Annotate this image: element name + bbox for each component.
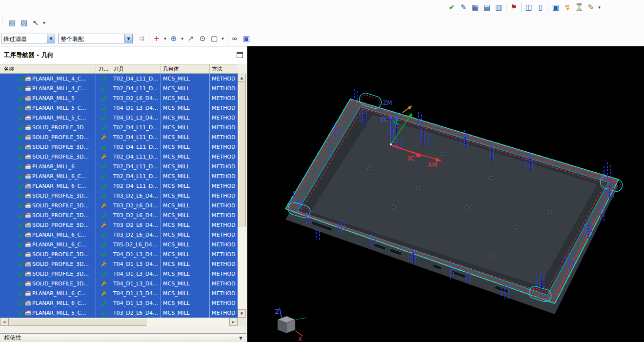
dropdown-arrow-icon[interactable]: ▾	[220, 33, 225, 44]
tool-cell: T04_D1_L3_D4...	[111, 269, 161, 279]
geometry-cell: MCS_MILL	[161, 279, 210, 288]
PLANAR_MILL_6_C...[interactable]: PLANAR_MILL_6_C... T03_D2_L6_D4... MCS_M…	[0, 230, 238, 240]
program-order-view-icon[interactable]: ▦	[469, 1, 481, 13]
verify-toolpath-icon[interactable]: ✔	[446, 1, 458, 13]
viewport-canvas[interactable]: ZM ZC YC XC XM Z X	[247, 46, 644, 342]
assembly-scope-combo[interactable]: 整个装配 ▼	[58, 34, 133, 43]
copy-listing-icon[interactable]: ▣	[550, 1, 562, 13]
datum-point-icon[interactable]: ⊙	[197, 33, 208, 44]
PLANAR_MILL_6_C...[interactable]: PLANAR_MILL_6_C... T02_D4_L11_D... MCS_M…	[0, 171, 238, 181]
geometry-cell: MCS_MILL	[161, 259, 210, 269]
PLANAR_MILL_5_C...[interactable]: PLANAR_MILL_5_C... T04_D1_L3_D4... MCS_M…	[0, 113, 238, 122]
operation-name: SOLID_PROFILE_3D...	[31, 210, 96, 220]
toolpath-visualize-icon[interactable]: ◫	[523, 1, 535, 13]
shop-documentation-icon[interactable]: ✎	[585, 1, 597, 13]
postprocess-icon[interactable]: ↯	[562, 1, 573, 13]
SOLID_PROFILE_3D...[interactable]: SOLID_PROFILE_3D... T03_D2_L6_D4... MCS_…	[0, 210, 238, 220]
toolbar-grip[interactable]	[2, 18, 4, 28]
export-table-icon[interactable]: ▨	[18, 17, 30, 29]
operation-icon	[25, 144, 31, 150]
method-cell: METHOD	[210, 122, 238, 132]
shaded-display-icon[interactable]: ▣	[241, 33, 252, 44]
flag-icon[interactable]: ⚑	[508, 1, 520, 13]
SOLID_PROFILE_3D...[interactable]: SOLID_PROFILE_3D... T04_D1_L3_D4... MCS_…	[0, 269, 238, 279]
column-header-toolpath[interactable]: 刀...	[96, 64, 111, 73]
listing-window-icon[interactable]: ▯	[535, 1, 546, 13]
view-triad[interactable]: Z X	[275, 308, 307, 342]
dropdown-arrow-icon[interactable]: ▾	[41, 17, 47, 29]
toolpath-status-icon	[96, 191, 111, 201]
rectangle-select-icon[interactable]: ▢	[208, 33, 220, 44]
SOLID_PROFILE_3D...[interactable]: SOLID_PROFILE_3D... T03_D2_L6_D4... MCS_…	[0, 220, 238, 230]
PLANAR_MILL_6_C...[interactable]: PLANAR_MILL_6_C... T02_D4_L11_D... MCS_M…	[0, 181, 238, 191]
horizontal-scrollbar[interactable]: ◄ ►	[0, 318, 238, 326]
tool-cell: T04_D1_L3_D4...	[111, 259, 161, 269]
row-check-icon	[18, 290, 24, 297]
row-tree-icons	[0, 152, 31, 161]
horizontal-scroll-thumb[interactable]	[8, 318, 146, 326]
point-dialog-icon[interactable]: ⊕	[168, 33, 180, 44]
PLANAR_MILL_6_C...[interactable]: PLANAR_MILL_6_C... T05-D2_L6_D4... MCS_M…	[0, 240, 238, 249]
dropdown-arrow-icon[interactable]: ▾	[180, 33, 185, 44]
selection-filter-combo[interactable]: 择过滤器 ▼	[1, 34, 55, 43]
simulate-toolpath-icon[interactable]: ✎	[458, 1, 469, 13]
snap-point-icon[interactable]: +	[151, 33, 162, 44]
column-header-geometry[interactable]: 几何体	[161, 64, 210, 73]
measure-distance-icon[interactable]: ↗	[185, 33, 197, 44]
collapse-chevron-icon[interactable]: ▼	[239, 336, 242, 341]
SOLID_PROFILE_3D...[interactable]: SOLID_PROFILE_3D... T02_D4_L11_D... MCS_…	[0, 132, 238, 142]
PLANAR_MILL_6[interactable]: PLANAR_MILL_6 T02_D4_L11_D... MCS_MILL M…	[0, 161, 238, 171]
geometry-view-icon[interactable]: ▥	[493, 1, 504, 13]
machine-tool-view-icon[interactable]: ▤	[481, 1, 493, 13]
dropdown-arrow-icon[interactable]: ▾	[597, 1, 602, 13]
SOLID_PROFILE_3D...[interactable]: SOLID_PROFILE_3D... T02_D4_L11_D... MCS_…	[0, 152, 238, 161]
graphics-viewport[interactable]: ZM ZC YC XC XM Z X	[247, 46, 644, 342]
SOLID_PROFILE_3D[interactable]: SOLID_PROFILE_3D T02_D4_L11_D... MCS_MIL…	[0, 122, 238, 132]
row-tree-icons	[0, 181, 31, 191]
SOLID_PROFILE_3D...[interactable]: SOLID_PROFILE_3D... T03_D2_L6_D4... MCS_…	[0, 191, 238, 201]
machining-time-icon[interactable]: ⌛	[573, 1, 585, 13]
laptop-part-model[interactable]	[285, 99, 619, 314]
PLANAR_MILL_4_C...[interactable]: PLANAR_MILL_4_C... T02_D4_L11_D... MCS_M…	[0, 74, 238, 83]
PLANAR_MILL_6_C...[interactable]: PLANAR_MILL_6_C... T04_D1_L3_D4... MCS_M…	[0, 288, 238, 298]
PLANAR_MILL_6_C...[interactable]: PLANAR_MILL_6_C... T04_D1_L3_D4... MCS_M…	[0, 298, 238, 308]
operation-icon	[25, 154, 31, 160]
dependencies-section-bar[interactable]: 相依性 ▼	[0, 333, 246, 342]
dropdown-arrow-icon[interactable]: ▾	[162, 33, 168, 44]
column-header-method[interactable]: 方法	[210, 64, 238, 73]
vertical-scrollbar[interactable]: ▲ ▼	[238, 74, 246, 318]
float-panel-icon[interactable]	[237, 52, 243, 58]
PLANAR_MILL_5[interactable]: PLANAR_MILL_5 T03_D2_L6_D4... MCS_MILL M…	[0, 93, 238, 103]
vertical-scroll-thumb[interactable]	[238, 82, 246, 226]
SOLID_PROFILE_3D...[interactable]: SOLID_PROFILE_3D... T02_D4_L11_D... MCS_…	[0, 142, 238, 152]
geometry-cell: MCS_MILL	[161, 152, 210, 161]
row-tree-icons	[0, 269, 31, 279]
SOLID_PROFILE_3D...[interactable]: SOLID_PROFILE_3D... T04_D1_L3_D4... MCS_…	[0, 279, 238, 288]
toolpath-status-icon	[96, 142, 111, 152]
combo-dropdown-icon[interactable]: ▼	[47, 34, 55, 43]
scroll-left-icon[interactable]: ◄	[0, 318, 8, 326]
column-header-tool[interactable]: 刀具	[111, 64, 161, 73]
row-check-icon	[18, 251, 24, 258]
status-check-icon	[101, 251, 107, 258]
column-header-name[interactable]: 名称	[0, 64, 96, 73]
PLANAR_MILL_5_C...[interactable]: PLANAR_MILL_5_C... T03_D2_L6_D4... MCS_M…	[0, 308, 238, 318]
SOLID_PROFILE_3D...[interactable]: SOLID_PROFILE_3D... T04_D1_L3_D4... MCS_…	[0, 259, 238, 269]
view-glasses-icon[interactable]: ∞	[229, 33, 241, 44]
scroll-up-icon[interactable]: ▲	[238, 74, 246, 82]
PLANAR_MILL_4_C...[interactable]: PLANAR_MILL_4_C... T02_D4_L11_D... MCS_M…	[0, 83, 238, 93]
SOLID_PROFILE_3D...[interactable]: SOLID_PROFILE_3D... T03_D2_L6_D4... MCS_…	[0, 201, 238, 210]
selection-cursor-icon[interactable]: ↖	[30, 17, 41, 29]
scroll-right-icon[interactable]: ►	[229, 318, 238, 326]
operation-name: SOLID_PROFILE_3D...	[31, 142, 96, 152]
row-tree-icons	[0, 279, 31, 288]
scroll-down-icon[interactable]: ▼	[238, 309, 246, 318]
filter-link-icon-disabled[interactable]: ⇉	[136, 33, 147, 44]
row-check-icon	[18, 124, 24, 131]
combo-dropdown-icon[interactable]: ▼	[124, 34, 132, 43]
SOLID_PROFILE_3D...[interactable]: SOLID_PROFILE_3D... T04_D1_L3_D4... MCS_…	[0, 249, 238, 259]
PLANAR_MILL_5_C...[interactable]: PLANAR_MILL_5_C... T04_D1_L3_D4... MCS_M…	[0, 103, 238, 113]
tool-cell: T02_D4_L11_D...	[111, 181, 161, 191]
toolpath-status-icon	[96, 279, 111, 288]
navigator-view-icon[interactable]: ▧	[6, 17, 18, 29]
